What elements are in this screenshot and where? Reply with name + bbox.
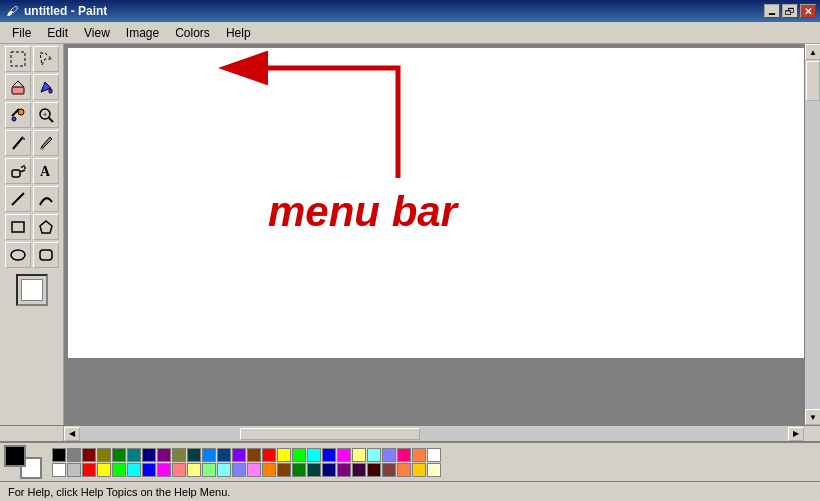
- ellipse-tool[interactable]: [5, 242, 31, 268]
- color-swatch[interactable]: [232, 448, 246, 462]
- color-swatch[interactable]: [202, 448, 216, 462]
- color-swatch[interactable]: [367, 448, 381, 462]
- text-tool[interactable]: A: [33, 158, 59, 184]
- color-swatch[interactable]: [142, 463, 156, 477]
- color-swatch[interactable]: [97, 463, 111, 477]
- color-swatch[interactable]: [352, 463, 366, 477]
- drawing-canvas[interactable]: menu bar: [68, 48, 804, 358]
- free-select-tool[interactable]: [33, 46, 59, 72]
- color-swatch[interactable]: [82, 448, 96, 462]
- polygon-tool[interactable]: [33, 214, 59, 240]
- color-swatch[interactable]: [217, 448, 231, 462]
- scroll-track-v[interactable]: [805, 60, 820, 409]
- color-swatch[interactable]: [112, 448, 126, 462]
- color-swatch[interactable]: [337, 463, 351, 477]
- horizontal-scrollbar[interactable]: ◀ ▶: [64, 426, 804, 441]
- color-swatch[interactable]: [217, 463, 231, 477]
- color-swatch[interactable]: [397, 448, 411, 462]
- color-swatch[interactable]: [52, 463, 66, 477]
- eraser-tool[interactable]: [5, 74, 31, 100]
- menu-help[interactable]: Help: [218, 24, 259, 42]
- svg-point-8: [12, 117, 16, 121]
- maximize-button[interactable]: 🗗: [782, 4, 798, 18]
- color-swatch[interactable]: [262, 448, 276, 462]
- color-swatch[interactable]: [292, 448, 306, 462]
- work-area: + A: [0, 44, 820, 425]
- color-swatch[interactable]: [382, 463, 396, 477]
- color-swatch[interactable]: [292, 463, 306, 477]
- scroll-right-button[interactable]: ▶: [788, 427, 804, 441]
- rounded-rect-tool[interactable]: [33, 242, 59, 268]
- color-swatch[interactable]: [277, 463, 291, 477]
- color-swatch[interactable]: [247, 463, 261, 477]
- fill-tool[interactable]: [33, 74, 59, 100]
- color-swatch[interactable]: [367, 463, 381, 477]
- color-swatch[interactable]: [127, 463, 141, 477]
- menu-image[interactable]: Image: [118, 24, 167, 42]
- rect-tool[interactable]: [5, 214, 31, 240]
- curve-tool[interactable]: [33, 186, 59, 212]
- scroll-track-h[interactable]: [80, 427, 788, 441]
- canvas-scroll[interactable]: menu bar: [64, 44, 804, 425]
- color-swatch[interactable]: [397, 463, 411, 477]
- color-swatch[interactable]: [52, 448, 66, 462]
- scroll-thumb-h[interactable]: [240, 428, 420, 440]
- brush-tool[interactable]: [33, 130, 59, 156]
- title-left: 🖌 untitled - Paint: [4, 3, 107, 19]
- color-swatch[interactable]: [337, 448, 351, 462]
- airbrush-tool[interactable]: [5, 158, 31, 184]
- color-swatch[interactable]: [427, 448, 441, 462]
- close-button[interactable]: ✕: [800, 4, 816, 18]
- color-swatch[interactable]: [187, 463, 201, 477]
- color-swatch[interactable]: [172, 463, 186, 477]
- svg-line-10: [49, 118, 53, 122]
- menu-bar: File Edit View Image Colors Help: [0, 22, 820, 44]
- color-swatch[interactable]: [247, 448, 261, 462]
- color-swatch[interactable]: [427, 463, 441, 477]
- svg-rect-0: [11, 52, 25, 66]
- color-swatch[interactable]: [157, 463, 171, 477]
- color-swatch[interactable]: [307, 448, 321, 462]
- line-tool[interactable]: [5, 186, 31, 212]
- color-pick-tool[interactable]: [5, 102, 31, 128]
- palette-row-1: [52, 448, 441, 462]
- color-swatch[interactable]: [157, 448, 171, 462]
- scroll-thumb-v[interactable]: [806, 61, 820, 101]
- select-tool[interactable]: [5, 46, 31, 72]
- color-swatch[interactable]: [82, 463, 96, 477]
- svg-point-18: [23, 165, 25, 167]
- color-swatch[interactable]: [232, 463, 246, 477]
- minimize-button[interactable]: 🗕: [764, 4, 780, 18]
- color-swatch[interactable]: [307, 463, 321, 477]
- color-swatch[interactable]: [352, 448, 366, 462]
- color-swatch[interactable]: [202, 463, 216, 477]
- scroll-up-button[interactable]: ▲: [805, 44, 820, 60]
- color-swatch[interactable]: [172, 448, 186, 462]
- color-swatch[interactable]: [142, 448, 156, 462]
- color-swatch[interactable]: [112, 463, 126, 477]
- canvas-container[interactable]: menu bar: [64, 44, 804, 425]
- menu-file[interactable]: File: [4, 24, 39, 42]
- scroll-down-button[interactable]: ▼: [805, 409, 820, 425]
- color-swatch[interactable]: [67, 463, 81, 477]
- color-swatch[interactable]: [412, 448, 426, 462]
- color-swatch[interactable]: [97, 448, 111, 462]
- color-swatch[interactable]: [262, 463, 276, 477]
- menu-colors[interactable]: Colors: [167, 24, 218, 42]
- foreground-color[interactable]: [4, 445, 26, 467]
- color-swatch[interactable]: [127, 448, 141, 462]
- color-swatch[interactable]: [322, 448, 336, 462]
- menu-view[interactable]: View: [76, 24, 118, 42]
- zoom-tool[interactable]: +: [33, 102, 59, 128]
- pencil-tool[interactable]: [5, 130, 31, 156]
- scroll-left-button[interactable]: ◀: [64, 427, 80, 441]
- svg-line-3: [12, 81, 18, 87]
- color-swatch[interactable]: [67, 448, 81, 462]
- color-swatch[interactable]: [277, 448, 291, 462]
- color-swatch[interactable]: [412, 463, 426, 477]
- color-swatch[interactable]: [382, 448, 396, 462]
- vertical-scrollbar[interactable]: ▲ ▼: [804, 44, 820, 425]
- color-swatch[interactable]: [322, 463, 336, 477]
- menu-edit[interactable]: Edit: [39, 24, 76, 42]
- color-swatch[interactable]: [187, 448, 201, 462]
